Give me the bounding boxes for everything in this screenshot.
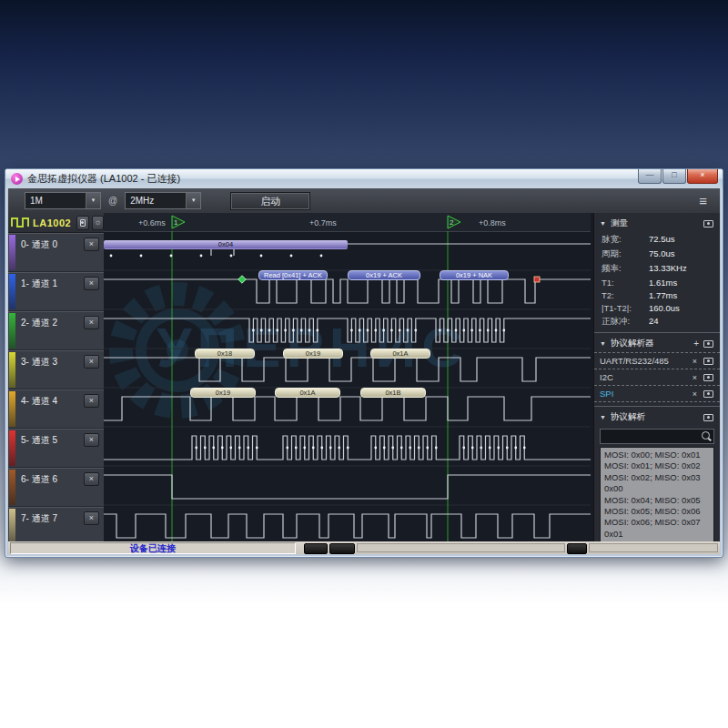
measure-row: |T1-T2|:160.0us <box>594 301 720 314</box>
close-button[interactable]: × <box>687 169 718 184</box>
measure-row: 频率:13.33KHz <box>594 261 720 276</box>
camera-icon[interactable] <box>703 373 714 382</box>
camera-icon[interactable] <box>703 339 714 349</box>
start-marker[interactable] <box>238 276 246 283</box>
horizontal-scrollbar[interactable] <box>357 543 565 552</box>
screenshot-button[interactable] <box>76 216 88 230</box>
measure-value: 1.61ms <box>649 278 677 288</box>
channel-label: 6- 通道 6 <box>21 473 57 486</box>
list-item[interactable]: 0x00 <box>604 483 713 494</box>
list-item[interactable]: MOSI: 0x02; MISO: 0x03 <box>604 472 713 483</box>
connection-status: 设备已连接 <box>10 542 296 554</box>
list-item[interactable]: MOSI: 0x00; MISO: 0x01 <box>604 450 713 460</box>
channel-row-3[interactable]: 3- 通道 3 × <box>8 350 104 389</box>
chevron-down-icon[interactable]: ▼ <box>86 193 100 208</box>
menu-icon[interactable]: ≡ <box>699 194 707 207</box>
close-icon[interactable]: × <box>84 472 99 486</box>
close-icon[interactable]: × <box>84 394 99 408</box>
start-button[interactable]: 启动 <box>230 192 310 210</box>
panel-scrollbar[interactable] <box>589 543 718 552</box>
channel-row-1[interactable]: 1- 通道 1 × <box>8 272 104 311</box>
channel-label: 4- 通道 4 <box>21 395 57 408</box>
channel-row-6[interactable]: 6- 通道 6 × <box>8 468 104 507</box>
ch1-waveform <box>104 279 591 303</box>
decoder-item-i2c[interactable]: I2C × <box>594 369 720 386</box>
remove-icon[interactable]: × <box>693 389 697 399</box>
camera-icon[interactable] <box>703 413 714 422</box>
data-decode-tag[interactable]: 0x1A <box>275 388 340 398</box>
side-panel: ▼ 测量 脉宽:72.5us 周期:75.0us 频率:13.33KHz T1:… <box>593 213 720 541</box>
title-bar[interactable]: 金思拓虚拟仪器 (LA1002 - 已连接) — □ × <box>5 169 723 188</box>
data-decode-tag[interactable]: 0x1A <box>370 349 430 359</box>
list-item[interactable]: 0x01 <box>604 529 713 540</box>
i2c-decode-tag[interactable]: Read [0x41] + ACK <box>258 270 328 280</box>
measure-label: T1: <box>602 278 649 288</box>
analysis-title: 协议解析 <box>611 411 645 423</box>
close-icon[interactable]: × <box>84 355 99 369</box>
zoom-out-button[interactable] <box>304 543 328 554</box>
measure-row: 脉宽:72.5us <box>594 232 720 247</box>
analysis-result-list[interactable]: MOSI: 0x00; MISO: 0x01 MOSI: 0x01; MISO:… <box>600 447 714 541</box>
sample-depth-select[interactable]: 1M ▼ <box>25 192 101 209</box>
channel-row-7[interactable]: 7- 通道 7 × <box>8 507 104 541</box>
data-decode-tag[interactable]: 0x19 <box>190 388 256 398</box>
channel-row-2[interactable]: 2- 通道 2 × <box>8 311 104 350</box>
decoder-label: I2C <box>600 372 693 382</box>
analysis-section-header[interactable]: ▼ 协议解析 <box>594 407 720 426</box>
decoded-frame-tag[interactable]: 0x04 <box>104 240 348 249</box>
channel-color-stripe <box>9 391 15 427</box>
collapse-arrow-icon[interactable]: ▼ <box>600 220 606 227</box>
remove-icon[interactable]: × <box>693 357 697 366</box>
data-decode-tag[interactable]: 0x19 <box>283 349 343 359</box>
settings-gear-icon[interactable]: ☼ <box>92 216 104 230</box>
list-item[interactable]: MOSI: 0x04; MISO: 0x05 <box>604 495 713 506</box>
sample-rate-select[interactable]: 2MHz ▼ <box>125 192 201 209</box>
time-ruler[interactable]: +0.6ms +0.7ms +0.8ms 1 2 <box>104 213 591 232</box>
list-item[interactable]: MOSI: 0x06; MISO: 0x07 <box>604 517 713 528</box>
maximize-button[interactable]: □ <box>662 169 686 184</box>
channel-row-4[interactable]: 4- 通道 4 × <box>8 389 104 429</box>
decoders-section-header[interactable]: ▼ 协议解析器 + <box>594 333 720 352</box>
list-item[interactable]: MOSI: 0x01; MISO: 0x02 <box>604 460 713 471</box>
scrollbar-thumb[interactable] <box>567 543 587 554</box>
camera-icon[interactable] <box>703 357 714 366</box>
collapse-arrow-icon[interactable]: ▼ <box>600 340 606 347</box>
decoder-label: SPI <box>600 389 693 399</box>
camera-icon[interactable] <box>703 389 714 399</box>
channel-color-stripe <box>9 313 15 349</box>
measure-value: 13.33KHz <box>649 263 687 275</box>
add-decoder-icon[interactable]: + <box>693 339 699 349</box>
data-decode-tag[interactable]: 0x18 <box>195 349 255 359</box>
measure-section-header[interactable]: ▼ 测量 <box>594 213 720 232</box>
close-icon[interactable]: × <box>84 511 99 525</box>
list-item[interactable]: MOSI: 0x05; MISO: 0x06 <box>604 506 713 517</box>
i2c-decode-tag[interactable]: 0x19 + NAK <box>440 270 509 280</box>
minimize-button[interactable]: — <box>638 169 662 184</box>
close-icon[interactable]: × <box>84 433 99 447</box>
channel-row-5[interactable]: 5- 通道 5 × <box>8 429 104 468</box>
end-marker[interactable] <box>534 277 540 282</box>
collapse-arrow-icon[interactable]: ▼ <box>600 414 606 420</box>
ch2-waveform <box>104 318 591 342</box>
i2c-decode-tag[interactable]: 0x19 + ACK <box>348 270 420 280</box>
camera-icon[interactable] <box>703 219 714 228</box>
channel-row-0[interactable]: 0- 通道 0 × <box>8 233 104 272</box>
zoom-in-button[interactable] <box>329 543 355 554</box>
measure-label: 频率: <box>602 263 649 275</box>
data-decode-tag[interactable]: 0x1B <box>360 388 426 398</box>
channel-panel: LA1002 ☼ 0- 通道 0 × 1- 通道 1 × 2- 通道 2 × <box>8 213 105 541</box>
device-model: LA1002 <box>33 217 71 228</box>
decoder-item-spi[interactable]: SPI × <box>594 386 720 402</box>
remove-icon[interactable]: × <box>693 373 697 382</box>
channel-color-stripe <box>9 430 15 466</box>
waveform-viewport[interactable]: +0.6ms +0.7ms +0.8ms 1 2 УПЕРНИС <box>104 213 591 541</box>
close-icon[interactable]: × <box>84 238 99 251</box>
measure-value: 72.5us <box>649 234 675 246</box>
decoders-title: 协议解析器 <box>611 338 654 349</box>
decoder-item-uart[interactable]: UART/RS232/485 × <box>594 352 720 369</box>
search-input[interactable] <box>600 429 714 444</box>
device-header: LA1002 ☼ <box>8 213 104 233</box>
chevron-down-icon[interactable]: ▼ <box>186 193 200 208</box>
close-icon[interactable]: × <box>84 316 99 329</box>
close-icon[interactable]: × <box>84 277 99 290</box>
